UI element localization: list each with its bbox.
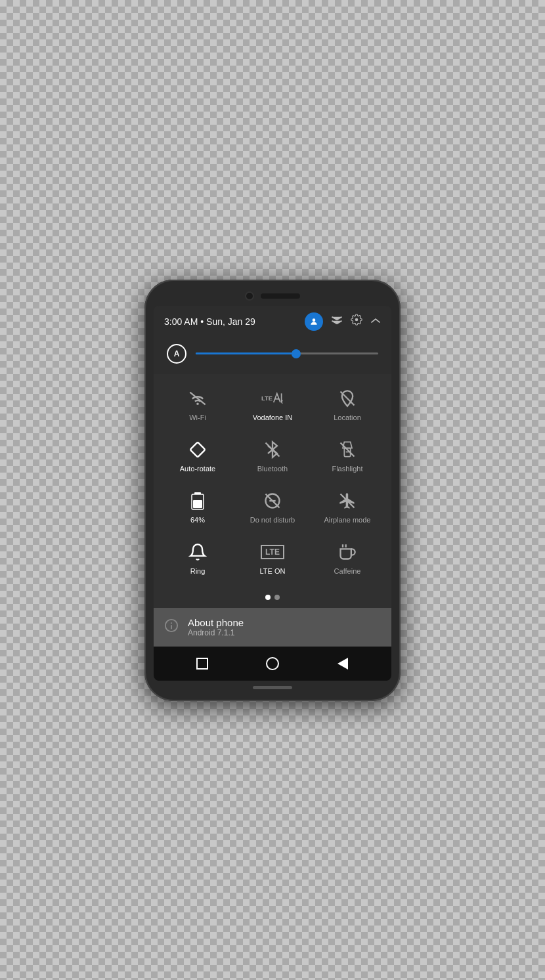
wifi-icon: [188, 389, 207, 408]
autorotate-label: Auto-rotate: [180, 465, 215, 473]
separator: •: [200, 316, 204, 327]
phone-screen: 3:00 AM • Sun, Jan 29: [154, 306, 391, 681]
svg-point-7: [196, 402, 199, 405]
settings-icon[interactable]: [351, 314, 362, 329]
quick-tiles-area: Wi-Fi LTE Vodafone IN: [154, 374, 391, 589]
bluetooth-icon: [263, 440, 282, 459]
user-account-icon[interactable]: [305, 312, 323, 331]
pagination-dots: [154, 589, 391, 608]
dnd-label: Do not disturb: [250, 516, 295, 524]
ring-icon: [188, 542, 207, 562]
tile-airplane[interactable]: Airplane mode: [315, 482, 380, 530]
tile-wifi[interactable]: Wi-Fi: [165, 379, 230, 428]
page-dot-2[interactable]: [274, 595, 280, 600]
caffeine-label: Caffeine: [334, 567, 361, 575]
airplane-label: Airplane mode: [324, 516, 371, 524]
brightness-thumb[interactable]: [292, 349, 301, 358]
status-action-icons: [305, 312, 381, 331]
about-phone-section[interactable]: About phone Android 7.1.1: [154, 608, 391, 647]
flashlight-label: Flashlight: [332, 465, 362, 473]
svg-line-12: [282, 402, 283, 403]
ring-label: Ring: [190, 567, 206, 575]
tile-lte[interactable]: LTE LTE ON: [240, 533, 305, 582]
tile-autorotate[interactable]: Auto-rotate: [165, 431, 230, 479]
brightness-control[interactable]: A: [154, 336, 391, 374]
tile-dnd[interactable]: Do not disturb: [240, 482, 305, 530]
page-dot-1[interactable]: [265, 595, 271, 600]
caffeine-icon: [338, 542, 357, 562]
tiles-row-2: Auto-rotate Bluetooth: [160, 431, 385, 479]
svg-rect-22: [193, 500, 202, 508]
location-label: Location: [334, 414, 361, 421]
tile-bluetooth[interactable]: Bluetooth: [240, 431, 305, 479]
wifi-label: Wi-Fi: [189, 414, 206, 421]
front-camera: [245, 291, 254, 301]
tiles-row-3: 64% Do not disturb: [160, 482, 385, 530]
phone-device: 3:00 AM • Sun, Jan 29: [144, 280, 401, 701]
svg-rect-14: [190, 442, 205, 457]
tiles-row-1: Wi-Fi LTE Vodafone IN: [160, 379, 385, 428]
lte-on-icon: LTE: [261, 542, 284, 562]
svg-text:LTE: LTE: [261, 394, 272, 401]
lte-label: LTE ON: [260, 567, 286, 575]
earpiece-speaker: [261, 293, 300, 299]
home-icon: [266, 657, 279, 670]
phone-top-hardware: [154, 291, 391, 301]
autorotate-icon: [188, 440, 207, 459]
status-bar: 3:00 AM • Sun, Jan 29: [154, 306, 391, 336]
about-title: About phone: [188, 617, 244, 628]
phone-bottom-hardware: [154, 686, 391, 689]
svg-point-0: [313, 318, 316, 322]
navigation-bar: [154, 647, 391, 681]
home-indicator-bar: [253, 686, 292, 689]
recent-apps-icon: [196, 658, 208, 670]
brightness-slider[interactable]: [196, 352, 378, 354]
home-button[interactable]: [263, 654, 282, 673]
tile-vodafone[interactable]: LTE Vodafone IN: [240, 379, 305, 428]
collapse-icon[interactable]: [370, 314, 381, 328]
location-icon: [338, 389, 357, 408]
recent-apps-button[interactable]: [193, 654, 211, 673]
tile-location[interactable]: Location: [315, 379, 380, 428]
info-icon: [164, 618, 179, 636]
dnd-icon: [263, 491, 282, 511]
auto-brightness-icon: A: [167, 344, 186, 364]
back-icon: [338, 658, 348, 670]
time-display: 3:00 AM: [164, 316, 198, 327]
tiles-row-4: Ring LTE LTE ON: [160, 533, 385, 582]
tile-ring[interactable]: Ring: [165, 533, 230, 582]
about-text: About phone Android 7.1.1: [188, 617, 244, 637]
brightness-fill: [196, 352, 296, 354]
svg-point-5: [355, 318, 359, 322]
battery-label: 64%: [190, 516, 205, 524]
about-subtitle: Android 7.1.1: [188, 628, 244, 637]
status-datetime: 3:00 AM • Sun, Jan 29: [164, 316, 255, 327]
vodafone-label: Vodafone IN: [253, 414, 293, 421]
tile-flashlight[interactable]: Flashlight: [315, 431, 380, 479]
expand-panel-icon[interactable]: [331, 314, 343, 328]
tile-caffeine[interactable]: Caffeine: [315, 533, 380, 582]
airplane-icon: [338, 491, 357, 511]
tile-battery[interactable]: 64%: [165, 482, 230, 530]
flashlight-icon: [338, 440, 357, 459]
bluetooth-label: Bluetooth: [257, 465, 288, 473]
svg-line-19: [341, 442, 355, 456]
back-button[interactable]: [334, 654, 352, 673]
lte-signal-icon: LTE: [261, 389, 284, 408]
date-display: Sun, Jan 29: [206, 316, 255, 327]
battery-icon: [190, 491, 206, 511]
